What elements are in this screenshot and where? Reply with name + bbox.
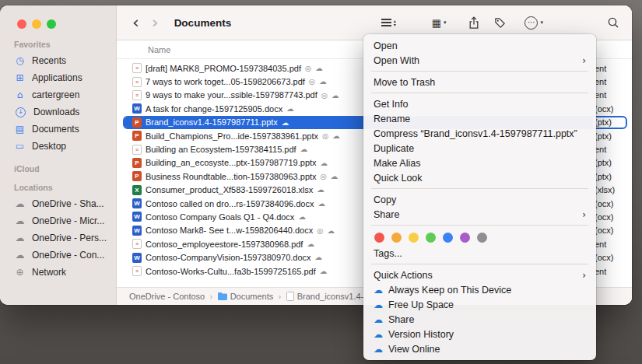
pptx-file-icon: P xyxy=(132,158,142,168)
onedrive-cloud-icon: ☁ xyxy=(374,345,383,354)
tag-gray-icon[interactable] xyxy=(477,233,487,243)
kind-fragment: ent xyxy=(593,76,626,86)
tag-orange-icon[interactable] xyxy=(391,233,402,243)
kind-fragment: ent xyxy=(593,144,626,154)
cloud-status-icon: ☁ xyxy=(286,105,294,113)
breadcrumb-label: OneDrive - Contoso xyxy=(129,292,205,301)
breadcrumb-item-file[interactable]: Brand_iconsv1.4-... xyxy=(286,292,371,301)
pptx-file-icon: P xyxy=(132,171,142,181)
tag-green-icon[interactable] xyxy=(426,233,436,243)
sidebar-item-recents[interactable]: ◷Recents xyxy=(9,52,111,69)
sidebar-item-network[interactable]: ⊕Network xyxy=(9,264,111,281)
menu-item-tags[interactable]: Tags... xyxy=(363,246,596,261)
cloud-status-icon: ☁ xyxy=(317,186,325,194)
file-name: 9 ways to make your...ssible-1597987743.… xyxy=(146,90,317,100)
sidebar-item-cartergreen[interactable]: ⌂cartergreen xyxy=(9,86,111,103)
kind-fragment: (ocx) xyxy=(593,252,626,262)
search-icon xyxy=(607,16,619,29)
shared-status-icon: ◎ xyxy=(322,132,328,140)
menu-item-label: Open With xyxy=(374,55,419,66)
tag-blue-icon[interactable] xyxy=(443,233,453,243)
menu-item-share[interactable]: ☁Share xyxy=(363,312,596,327)
sidebar-item-applications[interactable]: ⊞Applications xyxy=(9,69,111,86)
file-name: Brand_iconsv1.4-1597987711.pptx xyxy=(146,117,278,127)
group-icon: ▦ xyxy=(432,18,441,28)
tag-purple-icon[interactable] xyxy=(460,233,470,243)
share-icon xyxy=(468,16,480,30)
cloud-icon: ☁ xyxy=(14,216,26,226)
shared-status-icon: ◎ xyxy=(305,65,311,72)
sidebar-item-onedrive-micr[interactable]: ☁OneDrive - Micr... xyxy=(9,212,111,229)
cloud-status-icon: ☁ xyxy=(307,240,314,248)
search-button[interactable] xyxy=(607,16,619,29)
breadcrumb-item-onedrive[interactable]: OneDrive - Contoso xyxy=(129,292,205,301)
menu-item-label: Copy xyxy=(374,194,396,205)
sidebar-item-label: OneDrive - Sha... xyxy=(32,198,104,209)
back-button[interactable]: ‹ xyxy=(132,14,139,31)
shared-status-icon: ◎ xyxy=(317,227,323,235)
menu-item-label: Quick Actions xyxy=(374,270,433,281)
menu-item-move-to-trash[interactable]: Move to Trash xyxy=(363,75,596,89)
menu-item-compress-brand-iconsv1-4-1597987711-pptx[interactable]: Compress “Brand_iconsv1.4-1597987711.ppt… xyxy=(363,126,596,141)
cloud-status-icon: ☁ xyxy=(332,132,340,140)
menu-item-version-history[interactable]: ☁Version History xyxy=(363,327,596,341)
menu-item-duplicate[interactable]: Duplicate xyxy=(363,141,596,156)
sidebar-item-documents[interactable]: ▤Documents xyxy=(9,121,111,138)
sidebar-item-label: Network xyxy=(32,267,66,278)
sidebar-item-onedrive-pers[interactable]: ☁OneDrive - Pers... xyxy=(9,229,111,247)
view-mode-control[interactable]: ▴▾ xyxy=(381,19,396,26)
menu-item-share[interactable]: Share› xyxy=(363,207,596,222)
sidebar-item-onedrive-sha[interactable]: ☁OneDrive - Sha... xyxy=(9,195,111,212)
cloud-status-icon: ☁ xyxy=(282,119,289,127)
breadcrumb-item-documents[interactable]: Documents xyxy=(218,292,274,301)
menu-item-always-keep-on-this-device[interactable]: ☁Always Keep on This Device xyxy=(363,282,596,297)
menu-item-rename[interactable]: Rename xyxy=(363,111,596,126)
sidebar-item-onedrive-con[interactable]: ☁OneDrive - Con... xyxy=(9,247,111,264)
menu-item-quick-actions[interactable]: Quick Actions› xyxy=(363,268,596,282)
close-button[interactable] xyxy=(17,19,26,29)
forward-button[interactable]: › xyxy=(152,14,159,31)
menu-item-label: Tags... xyxy=(374,248,402,259)
sidebar-item-downloads[interactable]: ↓Downloads xyxy=(9,103,111,121)
kind-fragment: (xlsx) xyxy=(593,185,626,195)
download-icon: ↓ xyxy=(16,107,26,117)
kind-fragment: (ocx) xyxy=(593,212,626,222)
onedrive-cloud-icon: ☁ xyxy=(374,285,383,295)
kind-fragment: ent xyxy=(593,63,626,73)
menu-item-open[interactable]: Open xyxy=(363,38,596,53)
column-header-name[interactable]: Name xyxy=(148,45,170,54)
pdf-file-icon: ≡ xyxy=(132,63,142,73)
file-name: Business Roundtable...tion-1597380963.pp… xyxy=(146,172,317,181)
menu-item-make-alias[interactable]: Make Alias xyxy=(363,156,596,170)
tag-red-icon[interactable] xyxy=(374,233,384,243)
share-button[interactable] xyxy=(468,16,480,30)
tag-yellow-icon[interactable] xyxy=(409,233,419,243)
sidebar-item-desktop[interactable]: ▭Desktop xyxy=(9,138,111,155)
menu-item-get-info[interactable]: Get Info xyxy=(363,96,596,111)
file-name: Contoso Company Goals Q1 - Q4.docx xyxy=(146,212,294,222)
kind-fragment: (ocx) xyxy=(593,103,626,114)
docx-file-icon: W xyxy=(132,253,142,263)
menu-item-label: Share xyxy=(388,314,414,325)
group-by-control[interactable]: ▦ ▾ xyxy=(432,18,447,28)
more-actions-button[interactable]: ⋯ ▾ xyxy=(524,16,543,30)
cloud-status-icon: ☁ xyxy=(321,159,328,167)
minimize-button[interactable] xyxy=(32,19,41,29)
onedrive-cloud-icon: ☁ xyxy=(374,315,383,324)
pdf-file-icon: ≡ xyxy=(132,90,142,100)
menu-item-quick-look[interactable]: Quick Look xyxy=(363,170,596,185)
file-name: Contoso Mark8- See t...w-1598206440.docx xyxy=(146,226,313,235)
menu-item-copy[interactable]: Copy xyxy=(363,192,596,207)
chevron-updown-icon: ▴▾ xyxy=(394,19,396,26)
chevron-down-icon: ▾ xyxy=(540,19,543,26)
zoom-button[interactable] xyxy=(47,19,56,29)
menu-item-view-online[interactable]: ☁View Online xyxy=(363,341,596,356)
menu-item-open-with[interactable]: Open With› xyxy=(363,53,596,68)
sidebar-item-label: Applications xyxy=(32,72,82,83)
menu-item-free-up-space[interactable]: ☁Free Up Space xyxy=(363,297,596,312)
file-name: Build_Champions_Pro...ide-1597383961.ppt… xyxy=(146,131,318,141)
file-name: A task for change-1597125905.docx xyxy=(146,104,282,114)
sidebar-sections: Favorites◷Recents⊞Applications⌂cartergre… xyxy=(0,29,116,281)
onedrive-cloud-icon: ☁ xyxy=(374,300,383,310)
tags-button[interactable] xyxy=(494,17,506,29)
